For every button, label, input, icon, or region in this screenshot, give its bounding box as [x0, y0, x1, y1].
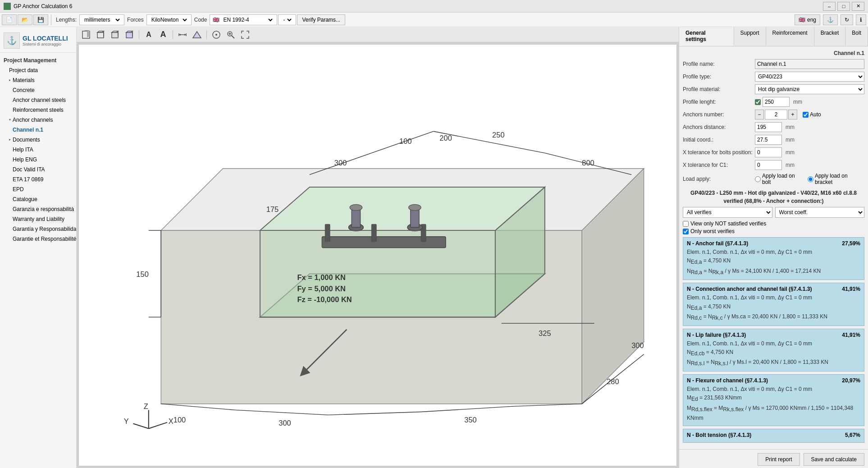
- forces-select[interactable]: KiloNewton Newton: [150, 16, 188, 23]
- circle-button[interactable]: [210, 29, 222, 41]
- profile-name-input[interactable]: [755, 59, 864, 69]
- svg-point-19: [215, 34, 217, 36]
- sidebar-item-anchor-channels[interactable]: ▾ Anchor channels: [0, 115, 76, 125]
- profile-name-label: Profile name:: [683, 61, 755, 67]
- sidebar-item-materials[interactable]: ▸ Materials: [0, 75, 76, 85]
- lengths-select[interactable]: millimeters centimeters: [82, 16, 121, 23]
- svg-rect-9: [126, 32, 132, 38]
- code-select[interactable]: EN 1992-4: [221, 16, 274, 23]
- open-button[interactable]: 📂: [18, 14, 32, 25]
- sidebar-item-garantie[interactable]: Garantie et Responsabilité: [0, 234, 76, 244]
- profile-length-input[interactable]: [763, 97, 790, 107]
- info-button[interactable]: ℹ: [856, 14, 866, 25]
- x-tolerance-c1-input[interactable]: [755, 160, 782, 170]
- sidebar-item-garanzia[interactable]: Garanzia e responsabilità: [0, 204, 76, 214]
- refresh-button[interactable]: ↻: [841, 14, 853, 25]
- svg-text:300: 300: [334, 159, 347, 167]
- anchors-distance-row: Anchors distance: mm: [683, 122, 864, 132]
- not-satisfied-checkbox[interactable]: [683, 221, 689, 227]
- maximize-button[interactable]: □: [837, 2, 850, 11]
- sidebar-item-epd[interactable]: EPD: [0, 184, 76, 194]
- x-tolerance-bolts-input[interactable]: [755, 147, 782, 157]
- verify-params-button[interactable]: Verify Params...: [297, 14, 345, 25]
- profile-length-checkbox[interactable]: [755, 99, 761, 105]
- result-2-title: N - Connection anchor and channel fail (…: [687, 286, 812, 292]
- view-3d-button[interactable]: [80, 29, 92, 41]
- sidebar-item-project-data[interactable]: Project data: [0, 65, 76, 75]
- sidebar-item-anchor-channel-steels[interactable]: Anchor channel steels: [0, 95, 76, 105]
- svg-text:175: 175: [266, 205, 279, 213]
- anchors-distance-unit: mm: [786, 124, 795, 130]
- anchors-decrement-button[interactable]: −: [755, 110, 764, 119]
- svg-text:800: 800: [582, 159, 594, 167]
- view-box2-button[interactable]: [109, 29, 121, 41]
- svg-marker-2: [87, 30, 90, 37]
- view-box3-button[interactable]: [123, 29, 135, 41]
- summary-text: GP40/223 - L250 mm - Hot dip galvanized …: [683, 189, 864, 205]
- print-report-button[interactable]: Print report: [758, 453, 799, 466]
- only-worst-checkbox[interactable]: [683, 229, 689, 234]
- view-box-button[interactable]: [95, 29, 106, 41]
- tab-bracket[interactable]: Bracket: [814, 27, 846, 46]
- tab-reinforcement[interactable]: Reinforcement: [766, 27, 814, 46]
- initial-coord-input[interactable]: [755, 135, 782, 145]
- profile-material-select[interactable]: Hot dip galvanize: [755, 84, 864, 94]
- minimize-button[interactable]: –: [823, 2, 836, 11]
- sidebar-item-garantia[interactable]: Garantía y Responsabilidad: [0, 224, 76, 234]
- concrete-label: Concrete: [13, 86, 35, 94]
- anchors-input[interactable]: [765, 110, 787, 119]
- result-item-4[interactable]: N - Flexure of channel (§7.4.1.3) 20,97%…: [683, 374, 864, 426]
- result-item-1[interactable]: N - Anchor fail (§7.4.1.3) 27,59% Elem. …: [683, 237, 864, 280]
- sidebar-item-help-ita[interactable]: Help ITA: [0, 145, 76, 155]
- x-tolerance-c1-unit: mm: [786, 162, 795, 168]
- load-apply-bracket-radio[interactable]: [808, 176, 813, 182]
- anchors-increment-button[interactable]: +: [788, 110, 797, 119]
- sidebar-item-reinforcement-steels[interactable]: Reinforcement steels: [0, 105, 76, 115]
- sidebar-item-concrete[interactable]: Concrete: [0, 85, 76, 95]
- svg-text:280: 280: [607, 377, 619, 385]
- text-a-button[interactable]: A: [143, 29, 155, 41]
- viewport[interactable]: 300 100 200 250 800 150 100 300: [78, 44, 677, 466]
- lengths-dropdown[interactable]: millimeters centimeters: [79, 14, 124, 25]
- profile-length-label: Profile lenght:: [683, 99, 755, 105]
- sidebar-item-documents[interactable]: ▸ Documents: [0, 135, 76, 145]
- anchor-tool-button[interactable]: ⚓: [823, 14, 838, 25]
- result-item-5[interactable]: N - Bolt tension (§7.4.1.3) 5,67%: [683, 429, 864, 443]
- filter-select[interactable]: All verifies Only failed: [683, 207, 772, 218]
- save-button[interactable]: 💾: [33, 14, 48, 25]
- tab-bolt[interactable]: Bolt: [845, 27, 868, 46]
- sidebar-item-catalogue[interactable]: Catalogue: [0, 194, 76, 204]
- sidebar-header: Project Management: [0, 55, 76, 65]
- sidebar-item-help-eng[interactable]: Help ENG: [0, 155, 76, 165]
- profile-type-select[interactable]: GP40/223: [755, 72, 864, 82]
- tab-general-settings[interactable]: General settings: [679, 27, 734, 46]
- tab-support[interactable]: Support: [734, 27, 766, 46]
- result-item-2[interactable]: N - Connection anchor and channel fail (…: [683, 283, 864, 326]
- result-3-percent: 41,91%: [842, 332, 860, 338]
- code-sub-select[interactable]: -: [281, 16, 293, 23]
- profile-length-unit: mm: [793, 99, 802, 105]
- sidebar-item-channel-1[interactable]: Channel n.1: [0, 125, 76, 135]
- sidebar-item-warranty[interactable]: Warranty and Liability: [0, 214, 76, 224]
- forces-dropdown[interactable]: KiloNewton Newton: [146, 14, 192, 25]
- sidebar-item-doc-valid-ita[interactable]: Doc Valid ITA: [0, 165, 76, 174]
- result-5-percent: 5,67%: [845, 432, 860, 438]
- worst-coeff-select[interactable]: Worst coeff. All: [775, 207, 865, 218]
- dimension-button[interactable]: [177, 29, 188, 41]
- anchors-auto-checkbox[interactable]: [803, 112, 809, 118]
- code-dropdown[interactable]: 🇬🇧 EN 1992-4: [210, 14, 277, 25]
- close-button[interactable]: ✕: [852, 2, 864, 11]
- anchors-distance-input[interactable]: [755, 122, 782, 132]
- zoom-button[interactable]: [225, 29, 237, 41]
- code-sub-dropdown[interactable]: -: [278, 14, 296, 25]
- x-tolerance-c1-row: X tolerance for C1: mm: [683, 160, 864, 170]
- plane-button[interactable]: [191, 29, 203, 41]
- result-item-3[interactable]: N - Lip failure (§7.4.1.3) 41,91% Elem. …: [683, 329, 864, 372]
- fullscreen-button[interactable]: [239, 29, 251, 41]
- text-a-up-button[interactable]: A: [157, 29, 169, 41]
- save-calculate-button[interactable]: Save and calculate: [804, 453, 864, 466]
- new-button[interactable]: 📄: [2, 14, 17, 25]
- load-apply-bolt-radio[interactable]: [755, 176, 761, 182]
- language-button[interactable]: 🇬🇧 eng: [795, 14, 820, 25]
- sidebar-item-eta[interactable]: ETA 17 0869: [0, 174, 76, 184]
